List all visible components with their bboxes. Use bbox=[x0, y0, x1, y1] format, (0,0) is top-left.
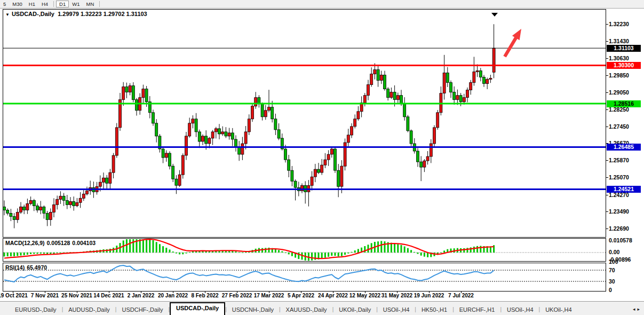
price-axis-tick bbox=[606, 177, 608, 178]
price-axis-tick bbox=[606, 58, 608, 59]
price-level-badge: 1.30300 bbox=[607, 62, 641, 69]
date-axis-tick bbox=[397, 292, 397, 293]
date-axis-tick bbox=[269, 292, 269, 293]
tab-scroll-arrows[interactable]: ◂▸ bbox=[633, 306, 642, 312]
date-axis-label: 20 Jan 2022 bbox=[158, 293, 188, 298]
date-axis-tick bbox=[173, 292, 173, 293]
price-level-badge: 1.26485 bbox=[607, 144, 641, 151]
timeframe-button-w1[interactable]: W1 bbox=[69, 1, 83, 7]
symbol-tab-eurchf--h1[interactable]: EURCHF-,H1 bbox=[454, 304, 500, 315]
price-axis-label: 1.29850 bbox=[609, 72, 629, 78]
mt4-window: { "toolbar": {"timeframes": ["5","M30","… bbox=[0, 0, 644, 315]
date-axis-label: 7 Jul 2022 bbox=[448, 293, 474, 298]
date-axis-tick bbox=[333, 292, 333, 293]
date-axis-label: 14 Dec 2021 bbox=[93, 293, 124, 298]
date-axis-label: 12 May 2022 bbox=[349, 293, 380, 298]
date-axis-tick bbox=[461, 292, 462, 293]
date-axis-label: 5 Apr 2022 bbox=[288, 293, 314, 298]
price-axis-label: 1.27450 bbox=[609, 123, 629, 130]
chart-canvas[interactable] bbox=[3, 9, 606, 292]
price-axis-tick bbox=[606, 92, 608, 93]
macd-axis-label: -0.00896 bbox=[609, 256, 631, 263]
price-axis-tick bbox=[606, 109, 608, 110]
date-axis-label: 25 Nov 2021 bbox=[61, 293, 92, 298]
price-axis-label: 1.31430 bbox=[609, 38, 629, 44]
symbol-tab-ukoil--h4[interactable]: UKOil-,H4 bbox=[540, 304, 577, 315]
date-axis-label: 8 Feb 2022 bbox=[191, 293, 218, 298]
price-axis-tick bbox=[606, 75, 608, 76]
symbol-tab-xauusd--daily[interactable]: XAUUSD-,Daily bbox=[281, 304, 332, 315]
price-level-badge: 1.28516 bbox=[607, 100, 641, 107]
rsi-axis-label: 70 bbox=[609, 267, 615, 273]
price-axis-label: 1.29050 bbox=[609, 89, 629, 96]
price-axis-label: 1.26670 bbox=[609, 140, 629, 146]
price-axis-tick bbox=[606, 229, 608, 229]
symbol-tabbar: EURUSD-,Daily|AUDUSD-,Daily|USDCHF-,Dail… bbox=[0, 301, 644, 315]
rsi-value: 65.4970 bbox=[27, 264, 47, 271]
date-axis-label: 24 Apr 2022 bbox=[318, 293, 348, 298]
chart-title: ▼USDCAD-,Daily 1.29979 1.32223 1.29702 1… bbox=[5, 11, 147, 17]
price-axis-tick bbox=[606, 195, 608, 195]
date-axis-label: 19 Jun 2022 bbox=[414, 293, 444, 298]
price-level-badge: 1.24521 bbox=[607, 186, 641, 193]
price-axis-tick bbox=[606, 160, 608, 161]
price-axis-tick bbox=[606, 24, 608, 25]
date-axis-tick bbox=[45, 292, 45, 293]
date-axis-tick bbox=[205, 292, 205, 293]
toolbar-separator bbox=[99, 1, 100, 7]
date-axis-label: 17 Mar 2022 bbox=[254, 293, 284, 298]
symbol-tab-hk50--h1[interactable]: HK50-,H1 bbox=[416, 304, 452, 315]
date-axis-tick bbox=[301, 292, 301, 293]
chart-dropdown-icon[interactable]: ▼ bbox=[5, 12, 10, 17]
symbol-tab-usdcnh--daily[interactable]: USDCNH-,Daily bbox=[227, 304, 279, 315]
date-axis-tick bbox=[365, 292, 365, 293]
macd-indicator-label: MACD(12,26,9)0.0051280.004103 bbox=[5, 240, 98, 246]
price-axis-tick bbox=[606, 41, 608, 42]
date-axis-tick bbox=[13, 292, 13, 293]
chart-symbol-label: USDCAD-,Daily bbox=[12, 11, 54, 17]
rsi-axis-label: 30 bbox=[609, 278, 615, 285]
price-axis-tick bbox=[606, 211, 608, 212]
symbol-tab-usoil--h4[interactable]: USOil-,H4 bbox=[378, 304, 415, 315]
date-axis-label: 27 Feb 2022 bbox=[222, 293, 252, 298]
macd-main-value: 0.005128 bbox=[47, 240, 70, 246]
price-axis-label: 1.24270 bbox=[609, 192, 629, 198]
price-axis-tick bbox=[606, 127, 608, 127]
timeframe-button-5[interactable]: 5 bbox=[0, 1, 9, 7]
symbol-tab-eurusd--daily[interactable]: EURUSD-,Daily bbox=[10, 304, 62, 315]
rsi-axis-label: 100 bbox=[609, 258, 618, 265]
toolbar-separator bbox=[53, 1, 54, 7]
price-axis-label: 1.23490 bbox=[609, 208, 629, 215]
date-axis-tick bbox=[109, 292, 109, 293]
date-axis-tick bbox=[237, 292, 237, 293]
price-level-badge: 1.31103 bbox=[607, 45, 641, 52]
timeframe-button-d1[interactable]: D1 bbox=[56, 1, 69, 7]
date-axis-label: 19 Oct 2021 bbox=[0, 293, 28, 298]
rsi-axis-label: 0 bbox=[609, 287, 612, 293]
rsi-indicator-label: RSI(14)65.4970 bbox=[5, 264, 49, 271]
macd-signal-value: 0.004103 bbox=[72, 240, 96, 246]
price-axis-label: 1.22690 bbox=[609, 225, 629, 232]
symbol-tab-ukoil--daily[interactable]: UKOil-,Daily bbox=[333, 304, 376, 315]
symbol-tab-usoil--h4[interactable]: USOil-,H4 bbox=[502, 304, 539, 315]
symbol-tab-audusd--daily[interactable]: AUDUSD-,Daily bbox=[63, 304, 115, 315]
date-axis-label: 31 May 2022 bbox=[381, 293, 412, 298]
date-axis-tick bbox=[141, 292, 141, 293]
macd-axis-label: 0.00 bbox=[609, 249, 619, 255]
timeframe-button-h4[interactable]: H4 bbox=[38, 1, 51, 7]
chart-ohlc-values: 1.29979 1.32223 1.29702 1.31103 bbox=[58, 11, 147, 17]
date-axis-label: 2 Jan 2022 bbox=[128, 293, 155, 298]
price-axis-label: 1.32230 bbox=[609, 21, 629, 27]
macd-axis-label: 0.010578 bbox=[609, 237, 632, 243]
price-axis-tick bbox=[606, 143, 608, 144]
symbol-tab-usdcad--daily[interactable]: USDCAD-,Daily bbox=[170, 302, 225, 315]
date-axis-label: 7 Nov 2021 bbox=[31, 293, 59, 298]
timeframe-button-mn[interactable]: MN bbox=[83, 1, 98, 7]
date-axis-tick bbox=[77, 292, 77, 293]
price-axis-label: 1.30630 bbox=[609, 55, 629, 61]
price-axis-label: 1.25070 bbox=[609, 174, 629, 180]
symbol-tab-usdchf--daily[interactable]: USDCHF-,Daily bbox=[116, 304, 168, 315]
timeframe-button-m30[interactable]: M30 bbox=[9, 1, 25, 7]
timeframe-button-h1[interactable]: H1 bbox=[26, 1, 38, 7]
price-axis-label: 1.28250 bbox=[609, 106, 629, 113]
